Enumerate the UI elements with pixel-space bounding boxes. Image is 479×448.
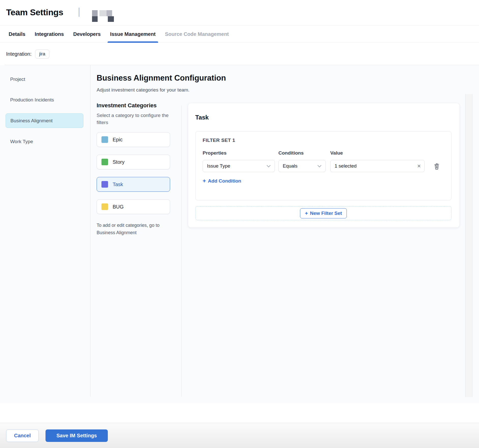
plus-icon: + (305, 210, 308, 216)
section-heading: Business Alignment Configuration (97, 73, 226, 83)
categories-note: To add or edit categories, go to Busines… (97, 222, 171, 236)
task-configuration-card: Task FILTER SET 1 Properties Conditions … (188, 103, 460, 228)
categories-divider (181, 106, 182, 397)
trash-icon (433, 162, 440, 170)
epic-color-swatch (101, 136, 108, 143)
sidebar-item-project[interactable]: Project (6, 72, 83, 86)
add-condition-button[interactable]: + Add Condition (203, 178, 241, 184)
category-list: Epic Story Task BUG (97, 132, 173, 214)
tab-source-code-management[interactable]: Source Code Management (165, 26, 229, 42)
category-button-epic[interactable]: Epic (97, 132, 170, 147)
filter-column-headers: Properties Conditions Value (203, 150, 444, 156)
delete-condition-button[interactable] (433, 162, 440, 170)
content-area: Project Production Incidents Business Al… (0, 65, 479, 403)
bug-color-swatch (101, 203, 108, 210)
cancel-button[interactable]: Cancel (6, 429, 39, 442)
property-select[interactable]: Issue Type (203, 160, 275, 172)
integration-bar: Integration: jira (0, 43, 479, 65)
clear-value-icon[interactable]: × (417, 163, 421, 169)
tab-bar: Details Integrations Developers Issue Ma… (0, 26, 479, 43)
chevron-down-icon (267, 163, 271, 168)
task-card-title: Task (195, 114, 452, 121)
title-separator: | (78, 6, 80, 17)
footer-bar: Cancel Save IM Settings (0, 423, 479, 448)
filter-condition-row: Issue Type Equals 1 selected × (203, 160, 444, 172)
task-color-swatch (101, 181, 108, 188)
value-multiselect[interactable]: 1 selected × (330, 160, 425, 172)
story-color-swatch (101, 159, 108, 165)
filter-set-title: FILTER SET 1 (203, 138, 444, 143)
new-filter-set-button[interactable]: + New Filter Set (300, 208, 347, 218)
sidebar-divider (90, 65, 91, 397)
integration-label: Integration: (6, 51, 32, 57)
condition-select[interactable]: Equals (278, 160, 326, 172)
chevron-down-icon (318, 163, 322, 168)
tab-issue-management[interactable]: Issue Management (110, 26, 156, 42)
redacted-team-name (91, 9, 116, 22)
scrollbar-track[interactable] (465, 94, 472, 397)
team-settings-page: Team Settings | Details Integrations Dev… (0, 0, 479, 448)
tab-developers[interactable]: Developers (73, 26, 101, 42)
tab-integrations[interactable]: Integrations (35, 26, 64, 42)
category-button-story[interactable]: Story (97, 155, 170, 169)
page-title: Team Settings (6, 7, 63, 17)
save-im-settings-button[interactable]: Save IM Settings (46, 429, 108, 442)
new-filter-set-zone: + New Filter Set (195, 206, 452, 220)
sidebar-item-work-type[interactable]: Work Type (6, 134, 83, 149)
properties-column-header: Properties (203, 150, 275, 156)
investment-categories-title: Investment Categories (97, 102, 173, 109)
plus-icon: + (203, 178, 206, 184)
conditions-column-header: Conditions (278, 150, 326, 156)
integration-badge[interactable]: jira (35, 50, 49, 58)
investment-categories-column: Investment Categories Select a category … (97, 102, 173, 236)
section-subheading: Adjust investment categories for your te… (97, 87, 189, 93)
category-button-task[interactable]: Task (97, 177, 170, 192)
filter-set-box: FILTER SET 1 Properties Conditions Value… (195, 131, 452, 200)
sidebar-item-business-alignment[interactable]: Business Alignment (6, 113, 83, 128)
value-column-header: Value (330, 150, 425, 156)
page-header: Team Settings | (0, 0, 479, 26)
tab-details[interactable]: Details (9, 26, 25, 42)
category-button-bug[interactable]: BUG (97, 199, 170, 214)
investment-categories-description: Select a category to configure the filte… (97, 112, 169, 126)
sidebar-item-production-incidents[interactable]: Production Incidents (6, 93, 83, 107)
